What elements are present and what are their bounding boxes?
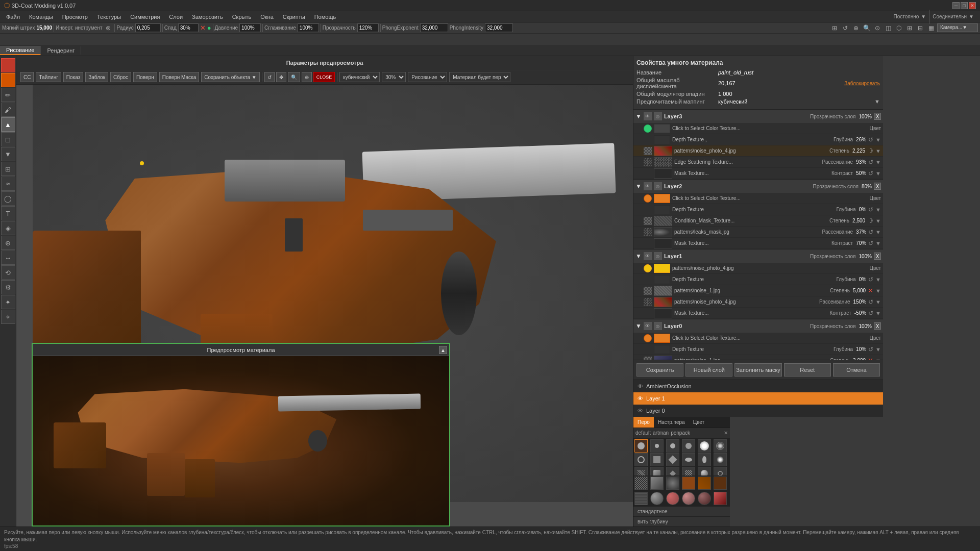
- material-select[interactable]: Материал будет переме: [449, 72, 510, 82]
- tex-brush-9[interactable]: [666, 492, 679, 505]
- tex-brush-12[interactable]: [714, 492, 727, 505]
- layer3-header[interactable]: ▼ 👁 ◎ Layer3 Прозрачность слоя 100% X: [633, 110, 883, 123]
- cancel-button[interactable]: Отмена: [833, 363, 880, 377]
- layer1-noise1-arrow[interactable]: ▼: [875, 288, 881, 294]
- tool-smudge[interactable]: ≈: [1, 177, 15, 191]
- layer2-collapse[interactable]: ▼: [635, 183, 642, 190]
- tex-brush-3[interactable]: [666, 477, 679, 490]
- save-material-button[interactable]: Сохранить: [636, 363, 683, 377]
- brush-12[interactable]: [714, 453, 727, 466]
- brush-6[interactable]: [714, 439, 727, 453]
- brush-7[interactable]: [634, 453, 648, 466]
- close-button[interactable]: CLOSE: [313, 72, 335, 82]
- tool-brush[interactable]: 🖌: [1, 103, 15, 117]
- undo-icon[interactable]: ↺: [264, 72, 275, 82]
- lock-button[interactable]: Заблок: [85, 72, 108, 82]
- menu-file[interactable]: Файл: [2, 13, 24, 21]
- tool-transform[interactable]: ⊕: [1, 236, 15, 250]
- layer2-leaks-reset[interactable]: ↺: [868, 229, 873, 236]
- layer3-depth-reset[interactable]: ↺: [868, 136, 873, 143]
- layer0-color-swatch[interactable]: [644, 334, 652, 342]
- circle-icon[interactable]: ●: [207, 24, 211, 32]
- view-icon-6[interactable]: ◫: [884, 23, 893, 33]
- reset-button[interactable]: Сброс: [110, 72, 131, 82]
- camera-select[interactable]: Камера...▼: [937, 23, 978, 32]
- layer1-scatter-arrow[interactable]: ▼: [875, 299, 881, 305]
- scale-select[interactable]: 30%: [382, 72, 406, 82]
- layer2-visibility[interactable]: 👁: [644, 182, 652, 190]
- layer2-depth-row[interactable]: Depth Texture Глубина 0% ↺ ▼: [633, 204, 883, 215]
- layer2-color-row[interactable]: Click to Select Color Texture... Цвет: [633, 193, 883, 204]
- tiling-button[interactable]: Тайлинг: [36, 72, 61, 82]
- layer1-mask-arrow[interactable]: ▼: [875, 310, 881, 316]
- mat-mapping-arrow[interactable]: ▼: [874, 98, 880, 105]
- layer2-mask-reset[interactable]: ↺: [868, 240, 873, 247]
- viewport[interactable]: Параметры предпросмотра CC Тайлинг Показ…: [16, 56, 633, 527]
- layer0-depth-arrow[interactable]: ▼: [875, 346, 881, 353]
- layer3-visibility[interactable]: 👁: [644, 112, 652, 120]
- layer2-leaks-row[interactable]: patterns\leaks_mask.jpg Рассеивание 37% …: [633, 227, 883, 238]
- tool-settings[interactable]: ⚙: [1, 280, 15, 294]
- opacity-input[interactable]: [357, 23, 379, 32]
- depth-menu-item[interactable]: вить глубину: [633, 517, 730, 527]
- reset-button[interactable]: Reset: [784, 363, 831, 377]
- layer2-mask-row[interactable]: Mask Texture... Контраст 70% ↺ ▼: [633, 238, 883, 249]
- layer1-depth-row[interactable]: Depth Texture Глубина 0% ↺ ▼: [633, 274, 883, 285]
- menu-freeze[interactable]: Заморозить: [188, 13, 227, 21]
- layer1-mask-reset[interactable]: ↺: [868, 310, 873, 317]
- layer2-leaks-arrow[interactable]: ▼: [875, 229, 881, 235]
- maximize-button[interactable]: □: [961, 2, 968, 9]
- tool-text[interactable]: T: [1, 206, 15, 220]
- view-icon-10[interactable]: ▦: [926, 23, 936, 33]
- layer3-mask-reset[interactable]: ↺: [868, 170, 873, 177]
- layer1-mask-row[interactable]: Mask Texture... Контраст -50% ↺ ▼: [633, 308, 883, 319]
- brush-1[interactable]: [634, 439, 648, 453]
- layer2-delete[interactable]: X: [874, 183, 881, 190]
- mode-select[interactable]: Рисование: [408, 72, 447, 82]
- brush-8[interactable]: [650, 453, 664, 466]
- layer0-delete[interactable]: X: [874, 322, 881, 330]
- preview-expand-button[interactable]: ▲: [439, 346, 447, 354]
- show-button[interactable]: Показ: [63, 72, 83, 82]
- preset-artman[interactable]: artman: [653, 430, 669, 436]
- layer3-edge-arrow[interactable]: ▼: [875, 159, 881, 165]
- minimize-button[interactable]: ─: [952, 2, 960, 9]
- brush-2[interactable]: [650, 439, 664, 453]
- menu-commands[interactable]: Команды: [25, 13, 57, 21]
- layer1-scatter-reset[interactable]: ↺: [868, 298, 873, 306]
- brush-18[interactable]: [714, 467, 727, 475]
- tool-eraser[interactable]: ◻: [1, 132, 15, 146]
- layer0-vis2[interactable]: ◎: [654, 322, 662, 330]
- pan-icon[interactable]: ⊕: [302, 72, 312, 82]
- layer3-vis2[interactable]: ◎: [654, 112, 662, 120]
- tex-brush-11[interactable]: [698, 492, 711, 505]
- tex-brush-6[interactable]: [714, 477, 727, 490]
- layer1-visibility[interactable]: 👁: [644, 252, 652, 260]
- layer2-cond-arrow[interactable]: ▼: [875, 218, 881, 224]
- smooth-input[interactable]: [298, 23, 319, 32]
- brush-4[interactable]: [682, 439, 695, 453]
- layer3-color-row[interactable]: Click to Select Color Texture... Цвет: [633, 123, 883, 134]
- layer0-depth-reset[interactable]: ↺: [868, 346, 873, 353]
- layer3-edge-reset[interactable]: ↺: [868, 159, 873, 166]
- tex-brush-1[interactable]: [634, 477, 648, 490]
- brush-15[interactable]: [666, 467, 679, 475]
- radius-input[interactable]: [135, 23, 161, 32]
- view-icon-8[interactable]: ⊞: [905, 23, 914, 33]
- layer2-header[interactable]: ▼ 👁 ◎ Layer2 Прозрачность слоя 80% X: [633, 180, 883, 193]
- view-icon-4[interactable]: 🔍: [862, 23, 871, 33]
- layer2-moon-icon[interactable]: ☽: [867, 217, 873, 224]
- tex-brush-5[interactable]: [698, 477, 711, 490]
- layer1-color-swatch[interactable]: [644, 264, 652, 272]
- app-close-button[interactable]: ✕: [969, 2, 976, 9]
- layer3-mask-arrow[interactable]: ▼: [875, 170, 881, 177]
- tab-rendering[interactable]: Рендеринг: [41, 46, 81, 55]
- falloff-input[interactable]: [178, 23, 199, 32]
- layer2-depth-reset[interactable]: ↺: [868, 206, 873, 213]
- standard-menu-item[interactable]: стандартное: [633, 507, 730, 517]
- color-swatch-red[interactable]: [1, 58, 15, 72]
- layer1-color-row[interactable]: patterns\noise_photo_4.jpg Цвет: [633, 263, 883, 274]
- layer1-noise-row[interactable]: patterns\noise_1.jpg Степень 5,000 ✕ ▼: [633, 285, 883, 296]
- move-icon[interactable]: ✥: [276, 72, 286, 82]
- layer3-moon-icon[interactable]: ☽: [867, 147, 873, 155]
